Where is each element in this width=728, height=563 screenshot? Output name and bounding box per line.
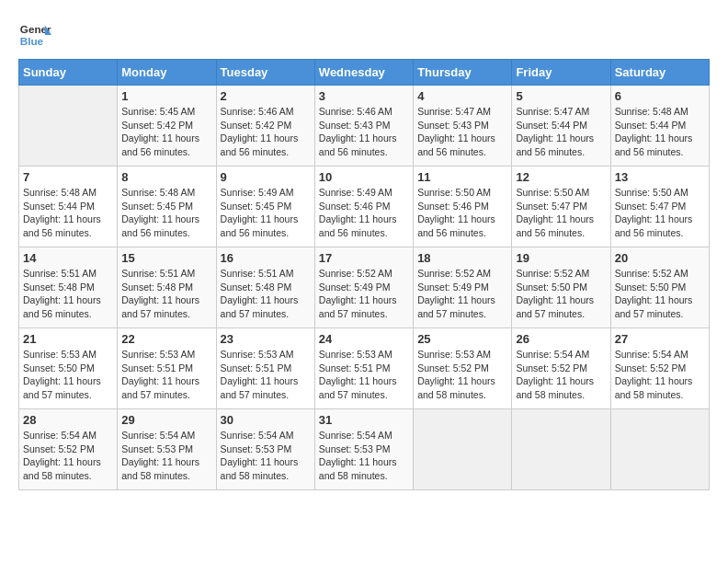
logo-icon: General Blue <box>18 18 51 52</box>
header-cell-wednesday: Wednesday <box>314 60 413 86</box>
day-cell: 4Sunrise: 5:47 AM Sunset: 5:43 PM Daylig… <box>414 86 512 167</box>
day-info: Sunrise: 5:51 AM Sunset: 5:48 PM Dayligh… <box>23 267 113 321</box>
day-cell: 22Sunrise: 5:53 AM Sunset: 5:51 PM Dayli… <box>118 328 216 409</box>
day-number: 26 <box>516 332 606 346</box>
day-cell: 11Sunrise: 5:50 AM Sunset: 5:46 PM Dayli… <box>414 167 512 247</box>
calendar-body: 1Sunrise: 5:45 AM Sunset: 5:42 PM Daylig… <box>19 86 710 490</box>
day-cell: 9Sunrise: 5:49 AM Sunset: 5:45 PM Daylig… <box>216 167 314 247</box>
day-info: Sunrise: 5:53 AM Sunset: 5:52 PM Dayligh… <box>417 348 507 402</box>
day-info: Sunrise: 5:52 AM Sunset: 5:50 PM Dayligh… <box>615 267 705 321</box>
day-number: 29 <box>121 413 211 427</box>
day-info: Sunrise: 5:51 AM Sunset: 5:48 PM Dayligh… <box>121 267 211 321</box>
week-row-0: 1Sunrise: 5:45 AM Sunset: 5:42 PM Daylig… <box>19 86 710 167</box>
day-cell <box>512 409 610 490</box>
day-number: 20 <box>615 251 705 265</box>
day-cell: 26Sunrise: 5:54 AM Sunset: 5:52 PM Dayli… <box>512 328 610 409</box>
day-cell: 16Sunrise: 5:51 AM Sunset: 5:48 PM Dayli… <box>216 247 314 328</box>
day-cell: 20Sunrise: 5:52 AM Sunset: 5:50 PM Dayli… <box>610 247 709 328</box>
day-cell: 19Sunrise: 5:52 AM Sunset: 5:50 PM Dayli… <box>512 247 610 328</box>
day-cell: 17Sunrise: 5:52 AM Sunset: 5:49 PM Dayli… <box>314 247 413 328</box>
day-info: Sunrise: 5:46 AM Sunset: 5:43 PM Dayligh… <box>319 105 409 159</box>
day-number: 28 <box>23 413 113 427</box>
day-number: 13 <box>615 170 705 184</box>
header-cell-friday: Friday <box>512 60 610 86</box>
day-cell: 6Sunrise: 5:48 AM Sunset: 5:44 PM Daylig… <box>610 86 709 167</box>
day-number: 21 <box>23 332 113 346</box>
week-row-1: 7Sunrise: 5:48 AM Sunset: 5:44 PM Daylig… <box>19 167 710 247</box>
day-info: Sunrise: 5:52 AM Sunset: 5:49 PM Dayligh… <box>319 267 409 321</box>
day-number: 25 <box>417 332 507 346</box>
day-number: 27 <box>615 332 705 346</box>
day-info: Sunrise: 5:50 AM Sunset: 5:47 PM Dayligh… <box>615 186 705 240</box>
day-number: 11 <box>417 170 507 184</box>
day-info: Sunrise: 5:48 AM Sunset: 5:45 PM Dayligh… <box>121 186 211 240</box>
day-info: Sunrise: 5:49 AM Sunset: 5:46 PM Dayligh… <box>319 186 409 240</box>
day-info: Sunrise: 5:51 AM Sunset: 5:48 PM Dayligh… <box>221 267 311 321</box>
day-info: Sunrise: 5:53 AM Sunset: 5:51 PM Dayligh… <box>319 348 409 402</box>
day-cell: 18Sunrise: 5:52 AM Sunset: 5:49 PM Dayli… <box>414 247 512 328</box>
day-cell: 27Sunrise: 5:54 AM Sunset: 5:52 PM Dayli… <box>610 328 709 409</box>
calendar-table: SundayMondayTuesdayWednesdayThursdayFrid… <box>18 59 710 490</box>
day-number: 17 <box>319 251 409 265</box>
day-cell: 10Sunrise: 5:49 AM Sunset: 5:46 PM Dayli… <box>314 167 413 247</box>
day-cell: 14Sunrise: 5:51 AM Sunset: 5:48 PM Dayli… <box>19 247 118 328</box>
day-number: 14 <box>23 251 113 265</box>
day-number: 18 <box>417 251 507 265</box>
day-number: 6 <box>615 89 705 103</box>
day-cell: 24Sunrise: 5:53 AM Sunset: 5:51 PM Dayli… <box>314 328 413 409</box>
day-number: 30 <box>221 413 311 427</box>
day-info: Sunrise: 5:46 AM Sunset: 5:42 PM Dayligh… <box>221 105 311 159</box>
day-number: 15 <box>121 251 211 265</box>
day-number: 19 <box>516 251 606 265</box>
day-number: 8 <box>121 170 211 184</box>
day-info: Sunrise: 5:47 AM Sunset: 5:43 PM Dayligh… <box>417 105 507 159</box>
header-row: SundayMondayTuesdayWednesdayThursdayFrid… <box>19 60 710 86</box>
day-cell: 31Sunrise: 5:54 AM Sunset: 5:53 PM Dayli… <box>314 409 413 490</box>
day-cell: 30Sunrise: 5:54 AM Sunset: 5:53 PM Dayli… <box>216 409 314 490</box>
header-cell-thursday: Thursday <box>414 60 512 86</box>
calendar-header: SundayMondayTuesdayWednesdayThursdayFrid… <box>19 60 710 86</box>
day-cell: 1Sunrise: 5:45 AM Sunset: 5:42 PM Daylig… <box>118 86 216 167</box>
svg-text:Blue: Blue <box>20 35 44 47</box>
header-cell-saturday: Saturday <box>610 60 709 86</box>
day-number: 22 <box>121 332 211 346</box>
logo: General Blue <box>18 18 51 52</box>
day-info: Sunrise: 5:47 AM Sunset: 5:44 PM Dayligh… <box>516 105 606 159</box>
day-info: Sunrise: 5:53 AM Sunset: 5:51 PM Dayligh… <box>221 348 311 402</box>
day-info: Sunrise: 5:50 AM Sunset: 5:47 PM Dayligh… <box>516 186 606 240</box>
day-number: 12 <box>516 170 606 184</box>
day-cell: 28Sunrise: 5:54 AM Sunset: 5:52 PM Dayli… <box>19 409 118 490</box>
day-cell <box>610 409 709 490</box>
day-cell <box>19 86 118 167</box>
header-cell-sunday: Sunday <box>19 60 118 86</box>
day-cell: 13Sunrise: 5:50 AM Sunset: 5:47 PM Dayli… <box>610 167 709 247</box>
day-number: 2 <box>221 89 311 103</box>
week-row-4: 28Sunrise: 5:54 AM Sunset: 5:52 PM Dayli… <box>19 409 710 490</box>
day-number: 5 <box>516 89 606 103</box>
day-info: Sunrise: 5:49 AM Sunset: 5:45 PM Dayligh… <box>221 186 311 240</box>
day-info: Sunrise: 5:53 AM Sunset: 5:50 PM Dayligh… <box>23 348 113 402</box>
week-row-3: 21Sunrise: 5:53 AM Sunset: 5:50 PM Dayli… <box>19 328 710 409</box>
header-cell-tuesday: Tuesday <box>216 60 314 86</box>
day-number: 24 <box>319 332 409 346</box>
week-row-2: 14Sunrise: 5:51 AM Sunset: 5:48 PM Dayli… <box>19 247 710 328</box>
day-info: Sunrise: 5:54 AM Sunset: 5:52 PM Dayligh… <box>516 348 606 402</box>
day-cell: 21Sunrise: 5:53 AM Sunset: 5:50 PM Dayli… <box>19 328 118 409</box>
day-number: 1 <box>121 89 211 103</box>
day-cell: 23Sunrise: 5:53 AM Sunset: 5:51 PM Dayli… <box>216 328 314 409</box>
day-number: 16 <box>221 251 311 265</box>
day-cell <box>414 409 512 490</box>
day-number: 23 <box>221 332 311 346</box>
day-cell: 15Sunrise: 5:51 AM Sunset: 5:48 PM Dayli… <box>118 247 216 328</box>
day-info: Sunrise: 5:54 AM Sunset: 5:52 PM Dayligh… <box>23 429 113 483</box>
day-info: Sunrise: 5:48 AM Sunset: 5:44 PM Dayligh… <box>23 186 113 240</box>
day-number: 7 <box>23 170 113 184</box>
day-info: Sunrise: 5:45 AM Sunset: 5:42 PM Dayligh… <box>121 105 211 159</box>
day-info: Sunrise: 5:54 AM Sunset: 5:53 PM Dayligh… <box>221 429 311 483</box>
day-number: 9 <box>221 170 311 184</box>
day-info: Sunrise: 5:52 AM Sunset: 5:49 PM Dayligh… <box>417 267 507 321</box>
day-info: Sunrise: 5:54 AM Sunset: 5:53 PM Dayligh… <box>319 429 409 483</box>
day-info: Sunrise: 5:54 AM Sunset: 5:52 PM Dayligh… <box>615 348 705 402</box>
day-info: Sunrise: 5:53 AM Sunset: 5:51 PM Dayligh… <box>121 348 211 402</box>
day-number: 31 <box>319 413 409 427</box>
